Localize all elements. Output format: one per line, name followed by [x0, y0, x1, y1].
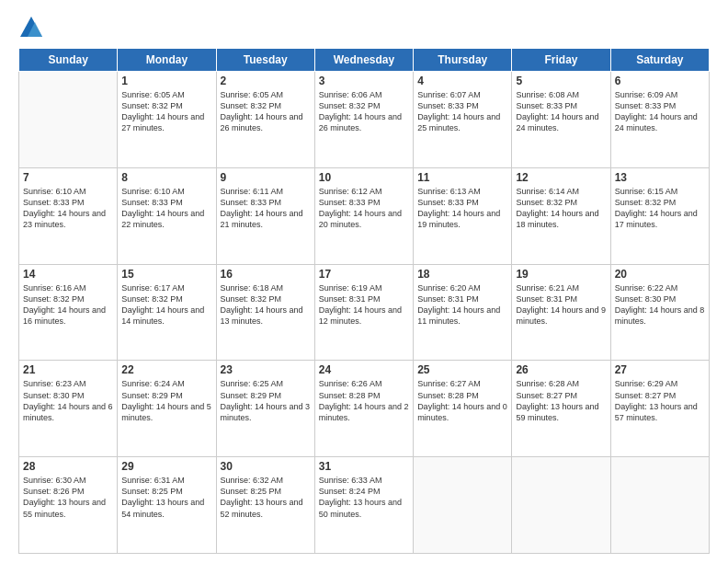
- calendar-table: SundayMondayTuesdayWednesdayThursdayFrid…: [18, 48, 710, 554]
- cell-content: Sunrise: 6:14 AMSunset: 8:32 PMDaylight:…: [516, 186, 606, 231]
- day-number: 17: [319, 268, 409, 281]
- calendar-cell: 26 Sunrise: 6:28 AMSunset: 8:27 PMDaylig…: [512, 361, 610, 457]
- calendar-cell: 3 Sunrise: 6:06 AMSunset: 8:32 PMDayligh…: [314, 72, 413, 168]
- calendar-cell: 4 Sunrise: 6:07 AMSunset: 8:33 PMDayligh…: [414, 72, 512, 168]
- day-number: 2: [221, 75, 311, 87]
- day-header-tuesday: Tuesday: [216, 49, 314, 72]
- cell-content: Sunrise: 6:10 AMSunset: 8:33 PMDaylight:…: [121, 186, 211, 231]
- day-number: 19: [516, 268, 606, 281]
- day-number: 27: [615, 363, 705, 376]
- calendar-cell: 29 Sunrise: 6:31 AMSunset: 8:25 PMDaylig…: [118, 457, 216, 554]
- cell-content: Sunrise: 6:29 AMSunset: 8:27 PMDaylight:…: [615, 378, 705, 423]
- calendar-cell: 17 Sunrise: 6:19 AMSunset: 8:31 PMDaylig…: [314, 264, 413, 361]
- calendar-cell: 22 Sunrise: 6:24 AMSunset: 8:29 PMDaylig…: [118, 361, 216, 457]
- day-header-sunday: Sunday: [19, 49, 118, 72]
- cell-content: Sunrise: 6:16 AMSunset: 8:32 PMDaylight:…: [23, 282, 113, 327]
- cell-content: Sunrise: 6:30 AMSunset: 8:26 PMDaylight:…: [23, 475, 113, 520]
- cell-content: Sunrise: 6:31 AMSunset: 8:25 PMDaylight:…: [121, 475, 211, 520]
- day-number: 26: [516, 363, 606, 376]
- calendar-cell: 20 Sunrise: 6:22 AMSunset: 8:30 PMDaylig…: [610, 264, 709, 361]
- cell-content: Sunrise: 6:09 AMSunset: 8:33 PMDaylight:…: [615, 89, 705, 134]
- cell-content: Sunrise: 6:28 AMSunset: 8:27 PMDaylight:…: [516, 378, 606, 423]
- cell-content: Sunrise: 6:06 AMSunset: 8:32 PMDaylight:…: [319, 89, 409, 134]
- day-number: 31: [319, 460, 409, 473]
- calendar-cell: 18 Sunrise: 6:20 AMSunset: 8:31 PMDaylig…: [414, 264, 512, 361]
- header-row: SundayMondayTuesdayWednesdayThursdayFrid…: [19, 49, 710, 72]
- day-header-thursday: Thursday: [414, 49, 512, 72]
- day-number: 12: [516, 171, 606, 184]
- cell-content: Sunrise: 6:26 AMSunset: 8:28 PMDaylight:…: [319, 378, 409, 423]
- day-number: 1: [121, 75, 211, 87]
- cell-content: Sunrise: 6:19 AMSunset: 8:31 PMDaylight:…: [319, 282, 409, 327]
- header: [18, 15, 710, 40]
- calendar-cell: 2 Sunrise: 6:05 AMSunset: 8:32 PMDayligh…: [216, 72, 314, 168]
- calendar-cell: [414, 457, 512, 554]
- calendar-cell: 19 Sunrise: 6:21 AMSunset: 8:31 PMDaylig…: [512, 264, 610, 361]
- cell-content: Sunrise: 6:17 AMSunset: 8:32 PMDaylight:…: [121, 282, 211, 327]
- day-number: 29: [121, 460, 211, 473]
- calendar-cell: 11 Sunrise: 6:13 AMSunset: 8:33 PMDaylig…: [414, 167, 512, 264]
- calendar-cell: 6 Sunrise: 6:09 AMSunset: 8:33 PMDayligh…: [610, 72, 709, 168]
- day-header-saturday: Saturday: [610, 49, 709, 72]
- cell-content: Sunrise: 6:23 AMSunset: 8:30 PMDaylight:…: [23, 378, 113, 423]
- day-number: 18: [417, 268, 507, 281]
- logo: [18, 15, 48, 40]
- week-row-1: 1 Sunrise: 6:05 AMSunset: 8:32 PMDayligh…: [19, 72, 710, 168]
- day-number: 6: [615, 75, 705, 87]
- calendar-cell: 25 Sunrise: 6:27 AMSunset: 8:28 PMDaylig…: [414, 361, 512, 457]
- cell-content: Sunrise: 6:15 AMSunset: 8:32 PMDaylight:…: [615, 186, 705, 231]
- day-header-monday: Monday: [118, 49, 216, 72]
- calendar-cell: [19, 72, 118, 168]
- day-number: 3: [319, 75, 409, 87]
- cell-content: Sunrise: 6:05 AMSunset: 8:32 PMDaylight:…: [221, 89, 311, 134]
- cell-content: Sunrise: 6:25 AMSunset: 8:29 PMDaylight:…: [221, 378, 311, 423]
- day-number: 30: [221, 460, 311, 473]
- cell-content: Sunrise: 6:24 AMSunset: 8:29 PMDaylight:…: [121, 378, 211, 423]
- calendar-cell: [512, 457, 610, 554]
- calendar-cell: 13 Sunrise: 6:15 AMSunset: 8:32 PMDaylig…: [610, 167, 709, 264]
- calendar-cell: 30 Sunrise: 6:32 AMSunset: 8:25 PMDaylig…: [216, 457, 314, 554]
- cell-content: Sunrise: 6:21 AMSunset: 8:31 PMDaylight:…: [516, 282, 606, 327]
- calendar-cell: 7 Sunrise: 6:10 AMSunset: 8:33 PMDayligh…: [19, 167, 118, 264]
- calendar-cell: 8 Sunrise: 6:10 AMSunset: 8:33 PMDayligh…: [118, 167, 216, 264]
- day-number: 23: [221, 363, 311, 376]
- day-number: 4: [417, 75, 507, 87]
- week-row-5: 28 Sunrise: 6:30 AMSunset: 8:26 PMDaylig…: [19, 457, 710, 554]
- day-number: 8: [121, 171, 211, 184]
- cell-content: Sunrise: 6:27 AMSunset: 8:28 PMDaylight:…: [417, 378, 507, 423]
- week-row-4: 21 Sunrise: 6:23 AMSunset: 8:30 PMDaylig…: [19, 361, 710, 457]
- calendar-cell: 16 Sunrise: 6:18 AMSunset: 8:32 PMDaylig…: [216, 264, 314, 361]
- day-header-wednesday: Wednesday: [314, 49, 413, 72]
- day-number: 13: [615, 171, 705, 184]
- cell-content: Sunrise: 6:18 AMSunset: 8:32 PMDaylight:…: [221, 282, 311, 327]
- calendar-cell: 23 Sunrise: 6:25 AMSunset: 8:29 PMDaylig…: [216, 361, 314, 457]
- day-number: 21: [23, 363, 113, 376]
- day-number: 22: [121, 363, 211, 376]
- page: SundayMondayTuesdayWednesdayThursdayFrid…: [0, 0, 728, 563]
- day-number: 25: [417, 363, 507, 376]
- calendar-cell: [610, 457, 709, 554]
- cell-content: Sunrise: 6:22 AMSunset: 8:30 PMDaylight:…: [615, 282, 705, 327]
- logo-icon: [18, 15, 44, 40]
- day-number: 20: [615, 268, 705, 281]
- calendar-cell: 9 Sunrise: 6:11 AMSunset: 8:33 PMDayligh…: [216, 167, 314, 264]
- cell-content: Sunrise: 6:12 AMSunset: 8:33 PMDaylight:…: [319, 186, 409, 231]
- day-number: 9: [221, 171, 311, 184]
- calendar-cell: 12 Sunrise: 6:14 AMSunset: 8:32 PMDaylig…: [512, 167, 610, 264]
- cell-content: Sunrise: 6:20 AMSunset: 8:31 PMDaylight:…: [417, 282, 507, 327]
- day-number: 14: [23, 268, 113, 281]
- cell-content: Sunrise: 6:13 AMSunset: 8:33 PMDaylight:…: [417, 186, 507, 231]
- day-number: 28: [23, 460, 113, 473]
- cell-content: Sunrise: 6:08 AMSunset: 8:33 PMDaylight:…: [516, 89, 606, 134]
- calendar-cell: 5 Sunrise: 6:08 AMSunset: 8:33 PMDayligh…: [512, 72, 610, 168]
- day-header-friday: Friday: [512, 49, 610, 72]
- day-number: 24: [319, 363, 409, 376]
- day-number: 16: [221, 268, 311, 281]
- day-number: 5: [516, 75, 606, 87]
- calendar-cell: 27 Sunrise: 6:29 AMSunset: 8:27 PMDaylig…: [610, 361, 709, 457]
- week-row-3: 14 Sunrise: 6:16 AMSunset: 8:32 PMDaylig…: [19, 264, 710, 361]
- day-number: 15: [121, 268, 211, 281]
- cell-content: Sunrise: 6:05 AMSunset: 8:32 PMDaylight:…: [121, 89, 211, 134]
- day-number: 11: [417, 171, 507, 184]
- cell-content: Sunrise: 6:10 AMSunset: 8:33 PMDaylight:…: [23, 186, 113, 231]
